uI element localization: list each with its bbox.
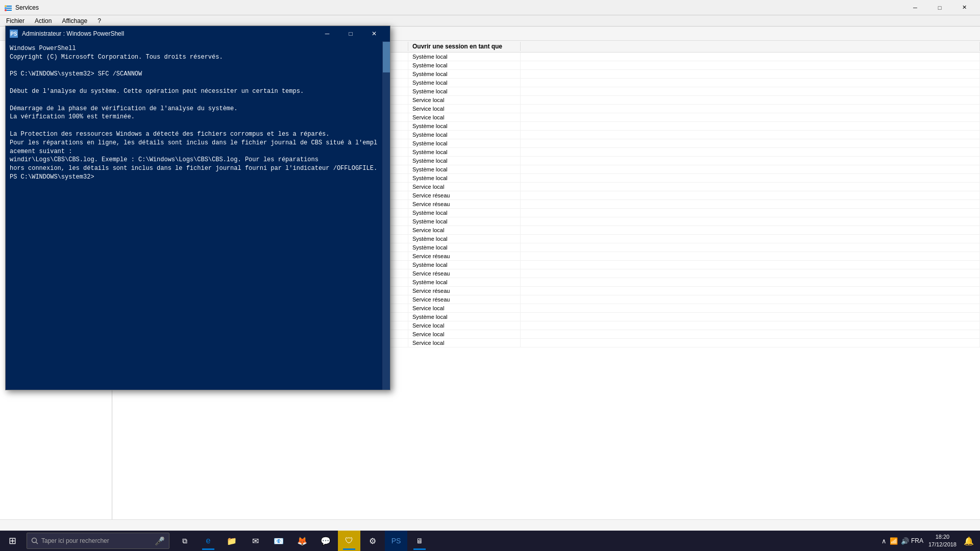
menu-help[interactable]: ?	[93, 16, 105, 26]
taskbar: ⊞ Taper ici pour rechercher 🎤 ⧉ e 📁 ✉ 📧 …	[0, 531, 980, 551]
service-logon: Service réseau	[408, 295, 521, 304]
service-logon: Système local	[408, 61, 521, 69]
app1-button[interactable]: 🛡	[338, 531, 360, 551]
ps-line: Démarrage de la phase de vérification de…	[10, 105, 378, 113]
ps-maximize-button[interactable]: □	[339, 26, 362, 41]
service-logon: Service local	[408, 304, 521, 312]
ps-line	[10, 96, 378, 105]
language-indicator[interactable]: FRA	[911, 537, 923, 544]
ps-titlebar-left: PS Administrateur : Windows PowerShell	[10, 30, 124, 38]
outlook-button[interactable]: 📧	[267, 531, 290, 551]
col-header-desc[interactable]	[521, 42, 980, 51]
network-icon: 📶	[890, 537, 898, 545]
service-desc	[521, 157, 980, 165]
ps-titlebar-controls: ─ □ ✕	[315, 26, 386, 41]
microphone-icon[interactable]: 🎤	[155, 536, 165, 546]
col-header-logon[interactable]: Ouvrir une session en tant que	[408, 42, 521, 51]
ps-close-button[interactable]: ✕	[362, 26, 386, 41]
service-desc	[521, 313, 980, 321]
service-logon: Système local	[408, 122, 521, 130]
svg-point-5	[5, 9, 7, 11]
service-logon: Système local	[408, 139, 521, 147]
service-desc	[521, 217, 980, 226]
services-titlebar-controls: ─ □ ✕	[903, 0, 976, 15]
service-logon: Système local	[408, 217, 521, 226]
mail-button[interactable]: ✉	[244, 531, 266, 551]
settings-button[interactable]: ⚙	[361, 531, 384, 551]
service-logon: Service local	[408, 96, 521, 104]
service-desc	[521, 252, 980, 260]
service-logon: Système local	[408, 174, 521, 182]
taskbar-clock[interactable]: 18:20 17/12/2018	[925, 533, 960, 549]
service-desc	[521, 330, 980, 338]
menu-action[interactable]: Action	[31, 16, 56, 26]
ps-line: hors connexion, les détails sont inclus …	[10, 164, 378, 173]
service-desc	[521, 321, 980, 330]
services-titlebar-left: Services	[4, 4, 39, 12]
service-logon: Service réseau	[408, 252, 521, 260]
explorer-button[interactable]: 📁	[220, 531, 243, 551]
svg-line-7	[36, 542, 38, 544]
service-desc	[521, 165, 980, 173]
ps-line: Début de l'analyse du système. Cette opé…	[10, 87, 378, 96]
service-desc	[521, 295, 980, 304]
service-desc	[521, 79, 980, 87]
ps-title-text: Administrateur : Windows PowerShell	[22, 30, 124, 37]
service-desc	[521, 148, 980, 156]
ps-line: windir\Logs\CBS\CBS.log. Exemple : C:\Wi…	[10, 156, 378, 164]
powershell-window: PS Administrateur : Windows PowerShell ─…	[5, 26, 390, 390]
service-desc	[521, 113, 980, 121]
lang-text: FRA	[911, 537, 923, 544]
service-logon: Système local	[408, 53, 521, 61]
skype-button[interactable]: 💬	[314, 531, 337, 551]
task-view-button[interactable]: ⧉	[174, 531, 196, 551]
ps-line	[10, 62, 378, 70]
service-desc	[521, 53, 980, 61]
chevron-up-icon[interactable]: ∧	[881, 537, 887, 545]
service-logon: Système local	[408, 165, 521, 173]
services-minimize-button[interactable]: ─	[903, 0, 927, 15]
start-button[interactable]: ⊞	[0, 531, 24, 551]
service-desc	[521, 339, 980, 347]
services-title-text: Services	[15, 4, 39, 11]
menu-affichage[interactable]: Affichage	[58, 16, 91, 26]
service-logon: Service réseau	[408, 269, 521, 278]
taskbar-icons: ⧉ e 📁 ✉ 📧 🦊 💬 🛡 ⚙ PS 🖥	[174, 531, 431, 551]
powershell-taskbar-button[interactable]: PS	[385, 531, 407, 551]
service-logon: Service local	[408, 183, 521, 191]
status-bar	[0, 519, 980, 531]
service-logon: Système local	[408, 79, 521, 87]
service-desc	[521, 261, 980, 269]
service-logon: Système local	[408, 243, 521, 252]
ps-content[interactable]: Windows PowerShellCopyright (C) Microsof…	[6, 41, 382, 390]
edge-button[interactable]: e	[197, 531, 219, 551]
service-logon: Système local	[408, 87, 521, 95]
services-close-button[interactable]: ✕	[952, 0, 976, 15]
menu-fichier[interactable]: Fichier	[2, 16, 29, 26]
services-maximize-button[interactable]: □	[928, 0, 951, 15]
service-logon: Système local	[408, 148, 521, 156]
ps-scrollbar-thumb[interactable]	[383, 42, 390, 72]
service-logon: Service réseau	[408, 200, 521, 208]
notification-button[interactable]: 🔔	[962, 536, 976, 546]
search-placeholder: Taper ici pour rechercher	[41, 537, 109, 544]
services-title-icon	[4, 4, 12, 12]
taskbar-search[interactable]: Taper ici pour rechercher 🎤	[27, 533, 169, 549]
ps-line: PS C:\WINDOWS\system32>	[10, 173, 378, 182]
service-desc	[521, 243, 980, 252]
service-logon: Service local	[408, 105, 521, 113]
services-taskbar-button[interactable]: 🖥	[408, 531, 431, 551]
ps-line: La vérification 100% est terminée.	[10, 113, 378, 121]
service-desc	[521, 122, 980, 130]
service-logon: Service réseau	[408, 191, 521, 199]
service-logon: Système local	[408, 235, 521, 243]
volume-icon[interactable]: 🔊	[901, 537, 909, 545]
service-logon: Service local	[408, 226, 521, 234]
firefox-button[interactable]: 🦊	[291, 531, 313, 551]
ps-line: Windows PowerShell	[10, 44, 378, 53]
ps-scrollbar[interactable]	[382, 41, 390, 390]
system-tray[interactable]: ∧ 📶 🔊	[881, 537, 909, 545]
service-desc	[521, 278, 980, 286]
service-desc	[521, 235, 980, 243]
ps-minimize-button[interactable]: ─	[315, 26, 339, 41]
